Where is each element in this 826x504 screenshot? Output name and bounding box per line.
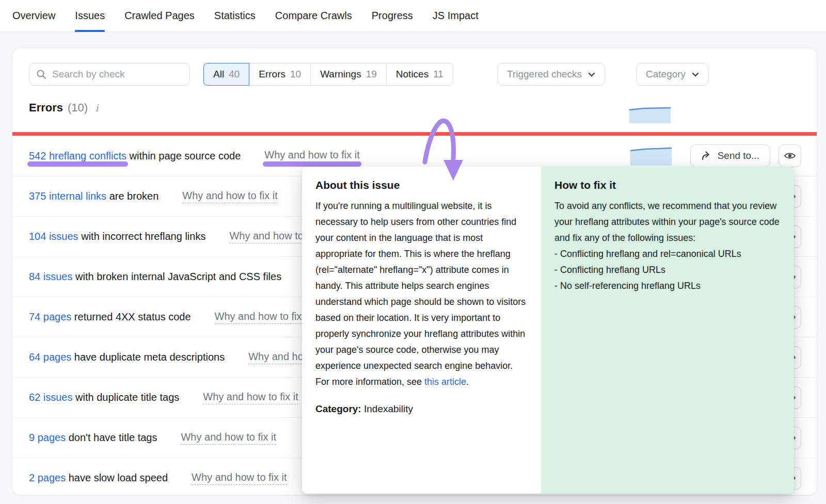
issue-text: 104 issues with incorrect hreflang links <box>29 231 205 242</box>
category-line: Category: Indexability <box>315 403 528 415</box>
top-nav: Overview Issues Crawled Pages Statistics… <box>0 0 826 32</box>
fix-item: - Conflicting hreflang URLs <box>554 262 781 278</box>
why-how-to-fix-link[interactable]: Why and how to fix it <box>192 472 287 485</box>
issue-description: with incorrect hreflang links <box>81 231 205 242</box>
issue-description: have slow load speed <box>69 472 168 483</box>
filter-all-label: All <box>213 69 224 80</box>
send-to-label: Send to... <box>718 150 759 161</box>
issue-count-link[interactable]: 375 internal links <box>29 190 106 202</box>
send-to-button[interactable]: Send to... <box>690 144 770 167</box>
issue-text: 9 pages don't have title tags <box>29 432 157 444</box>
issue-count-link[interactable]: 104 issues <box>29 231 78 242</box>
issue-trend-sparkline <box>630 146 672 166</box>
why-how-to-fix-link[interactable]: Why and how to fix it <box>203 391 298 404</box>
errors-trend-sparkline <box>629 106 671 123</box>
chevron-down-icon <box>588 72 595 77</box>
filter-warnings-label: Warnings <box>320 69 361 80</box>
issue-text: 64 pages have duplicate meta description… <box>29 351 225 363</box>
issue-description: returned 4XX status code <box>74 311 191 322</box>
eye-icon <box>784 150 796 162</box>
errors-count: (10) <box>68 101 88 115</box>
tab-js-impact[interactable]: JS Impact <box>433 0 479 32</box>
category-dropdown[interactable]: Category <box>636 63 709 86</box>
issue-text: 84 issues with broken internal JavaScrip… <box>29 271 281 283</box>
category-label: Category: <box>315 403 361 414</box>
search-box <box>29 63 190 86</box>
issue-count-link[interactable]: 542 hreflang conflicts <box>29 150 126 162</box>
issue-count-link[interactable]: 84 issues <box>29 271 73 282</box>
why-how-to-fix-link[interactable]: Why and how to fix it <box>181 431 276 445</box>
about-column: About this issue If you're running a mul… <box>302 167 541 494</box>
fix-item: - Conflicting hreflang and rel=canonical… <box>554 246 781 262</box>
filter-errors[interactable]: Errors 10 <box>249 63 311 86</box>
filter-errors-label: Errors <box>259 69 285 80</box>
issue-description: don't have title tags <box>69 432 157 443</box>
issue-count-link[interactable]: 2 pages <box>29 472 66 483</box>
issue-description: with broken internal JavaScript and CSS … <box>75 271 281 282</box>
row-controls: Send to... <box>630 144 801 167</box>
issue-count-link[interactable]: 74 pages <box>29 311 71 322</box>
errors-section-header: Errors (10) i <box>29 101 98 115</box>
fix-title: How to fix it <box>554 179 781 191</box>
issue-text: 542 hreflang conflicts within page sourc… <box>29 150 241 162</box>
tab-progress[interactable]: Progress <box>372 0 413 32</box>
about-body-period: . <box>466 377 469 387</box>
filter-all-count: 40 <box>229 69 240 80</box>
category-value: Indexability <box>364 403 413 414</box>
filter-notices-count: 11 <box>433 69 443 80</box>
why-how-to-fix-link[interactable]: Why and how to fix it <box>264 149 360 162</box>
issue-description: with duplicate title tags <box>75 392 179 403</box>
issue-description: are broken <box>109 190 159 202</box>
share-arrow-icon <box>701 151 711 160</box>
severity-filter: All 40 Errors 10 Warnings 19 Notices 11 <box>203 63 453 86</box>
tab-issues[interactable]: Issues <box>75 0 105 32</box>
filter-notices-label: Notices <box>396 69 428 80</box>
issue-text: 375 internal links are broken <box>29 190 158 202</box>
issue-count-link[interactable]: 9 pages <box>29 432 66 443</box>
tab-crawled-pages[interactable]: Crawled Pages <box>124 0 195 32</box>
chevron-down-icon <box>692 72 699 77</box>
fix-item: - No self-referencing hreflang URLs <box>554 278 781 294</box>
issue-description: within page source code <box>130 150 241 161</box>
fix-column: How to fix it To avoid any conflicts, we… <box>541 167 794 494</box>
issue-count-link[interactable]: 62 issues <box>29 392 73 403</box>
about-body: If you're running a multilingual website… <box>315 198 528 390</box>
tab-overview[interactable]: Overview <box>12 0 55 32</box>
issue-text: 62 issues with duplicate title tags <box>29 392 179 403</box>
filter-errors-count: 10 <box>290 69 301 80</box>
fix-intro: To avoid any conflicts, we recommend tha… <box>554 198 781 246</box>
tab-statistics[interactable]: Statistics <box>214 0 256 32</box>
search-icon <box>36 69 46 82</box>
why-how-to-fix-link[interactable]: Why and how to fix it <box>215 311 310 324</box>
triggered-checks-label: Triggered checks <box>507 69 582 80</box>
issue-text: 2 pages have slow load speed <box>29 472 168 484</box>
tab-compare-crawls[interactable]: Compare Crawls <box>275 0 352 32</box>
severity-red-bar <box>12 132 817 136</box>
errors-title: Errors <box>29 101 63 115</box>
filter-warnings-count: 19 <box>366 69 377 80</box>
why-how-to-fix-link[interactable]: Why and how to fix it <box>182 190 278 203</box>
filter-notices[interactable]: Notices 11 <box>386 63 453 86</box>
issue-count-link[interactable]: 64 pages <box>29 351 71 363</box>
issues-toolbar: All 40 Errors 10 Warnings 19 Notices 11 … <box>29 63 806 86</box>
issue-description: have duplicate meta descriptions <box>74 351 225 363</box>
info-icon[interactable]: i <box>95 102 98 113</box>
triggered-checks-dropdown[interactable]: Triggered checks <box>497 63 605 86</box>
site-audit-issues-page: Overview Issues Crawled Pages Statistics… <box>0 0 826 504</box>
issue-popup: About this issue If you're running a mul… <box>302 167 794 494</box>
issue-text: 74 pages returned 4XX status code <box>29 311 191 323</box>
search-input[interactable] <box>29 63 190 86</box>
eye-button[interactable] <box>779 144 801 167</box>
filter-all[interactable]: All 40 <box>203 63 249 86</box>
category-dropdown-label: Category <box>646 69 686 80</box>
filter-warnings[interactable]: Warnings 19 <box>310 63 387 86</box>
about-body-text: If you're running a multilingual website… <box>315 201 526 387</box>
about-title: About this issue <box>315 179 528 191</box>
article-link[interactable]: this article <box>424 377 466 387</box>
